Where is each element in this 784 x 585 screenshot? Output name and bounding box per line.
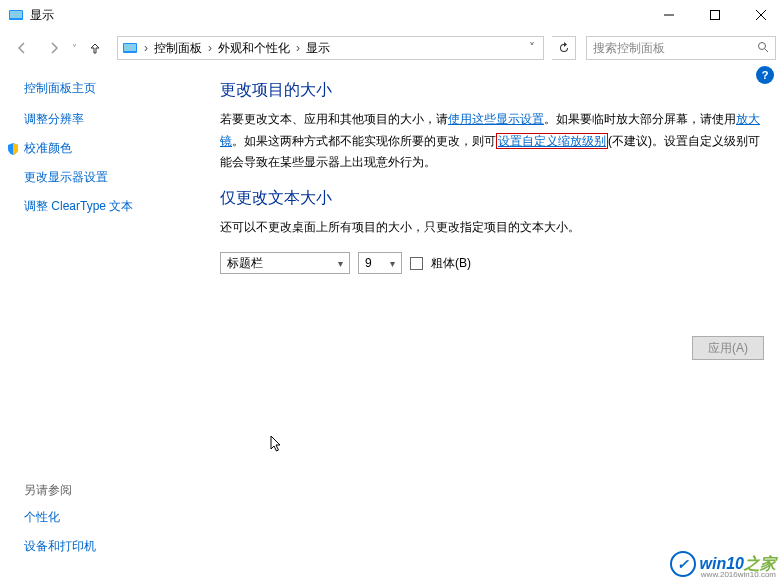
forward-button[interactable] <box>40 34 68 62</box>
chevron-right-icon[interactable]: › <box>142 41 150 55</box>
address-bar[interactable]: › 控制面板 › 外观和个性化 › 显示 ˅ <box>117 36 544 60</box>
heading-textsize: 仅更改文本大小 <box>220 188 764 209</box>
chevron-right-icon[interactable]: › <box>294 41 302 55</box>
search-icon <box>757 41 769 56</box>
content-pane: ? 更改项目的大小 若要更改文本、应用和其他项目的大小，请使用这些显示设置。如果… <box>200 66 784 585</box>
watermark-url: www.2016win10.com <box>701 570 776 579</box>
apply-button[interactable]: 应用(A) <box>692 336 764 360</box>
search-placeholder: 搜索控制面板 <box>593 40 757 57</box>
bold-label: 粗体(B) <box>431 255 471 272</box>
breadcrumb-root[interactable]: 控制面板 <box>150 40 206 57</box>
watermark-logo-icon: ✓ <box>670 551 696 577</box>
svg-point-8 <box>759 42 766 49</box>
help-icon[interactable]: ? <box>756 66 774 84</box>
see-also-devices[interactable]: 设备和打印机 <box>24 538 96 555</box>
heading-resize: 更改项目的大小 <box>220 80 764 101</box>
window-controls <box>646 0 784 30</box>
size-select[interactable]: 9 ▾ <box>358 252 402 274</box>
text-size-controls: 标题栏 ▾ 9 ▾ 粗体(B) <box>220 252 764 274</box>
history-dropdown-icon[interactable]: ˅ <box>72 43 77 54</box>
see-also-section: 另请参阅 个性化 设备和打印机 <box>24 482 96 567</box>
back-button[interactable] <box>8 34 36 62</box>
paragraph-textsize: 还可以不更改桌面上所有项目的大小，只更改指定项目的文本大小。 <box>220 217 764 239</box>
chevron-down-icon: ▾ <box>338 258 343 269</box>
minimize-button[interactable] <box>646 0 692 30</box>
maximize-button[interactable] <box>692 0 738 30</box>
sidebar-link-calibrate[interactable]: 校准颜色 <box>24 140 200 157</box>
link-custom-scaling[interactable]: 设置自定义缩放级别 <box>496 133 608 149</box>
watermark: ✓ win10之家 www.2016win10.com <box>670 551 776 577</box>
close-button[interactable] <box>738 0 784 30</box>
bold-checkbox[interactable] <box>410 257 423 270</box>
sidebar-link-resolution[interactable]: 调整分辨率 <box>24 111 200 128</box>
chevron-right-icon[interactable]: › <box>206 41 214 55</box>
svg-rect-1 <box>10 11 22 18</box>
sidebar-home-link[interactable]: 控制面板主页 <box>24 80 200 97</box>
link-display-settings[interactable]: 使用这些显示设置 <box>448 112 544 126</box>
svg-line-9 <box>765 49 768 52</box>
sidebar-link-cleartype[interactable]: 调整 ClearType 文本 <box>24 198 200 215</box>
navbar: ˅ › 控制面板 › 外观和个性化 › 显示 ˅ 搜索控制面板 <box>0 30 784 66</box>
body-area: 控制面板主页 调整分辨率 校准颜色 更改显示器设置 调整 ClearType 文… <box>0 66 784 585</box>
sidebar-link-label: 校准颜色 <box>24 140 72 157</box>
window-title: 显示 <box>30 7 54 24</box>
svg-rect-3 <box>711 11 720 20</box>
sidebar: 控制面板主页 调整分辨率 校准颜色 更改显示器设置 调整 ClearType 文… <box>0 66 200 585</box>
app-icon <box>8 7 24 23</box>
size-select-value: 9 <box>365 256 382 270</box>
breadcrumb-category[interactable]: 外观和个性化 <box>214 40 294 57</box>
see-also-header: 另请参阅 <box>24 482 96 499</box>
item-select[interactable]: 标题栏 ▾ <box>220 252 350 274</box>
see-also-personalization[interactable]: 个性化 <box>24 509 96 526</box>
titlebar: 显示 <box>0 0 784 30</box>
chevron-down-icon: ▾ <box>390 258 395 269</box>
address-dropdown-icon[interactable]: ˅ <box>525 41 539 55</box>
apply-button-label: 应用(A) <box>708 340 748 357</box>
refresh-button[interactable] <box>552 36 576 60</box>
sidebar-link-display-settings[interactable]: 更改显示器设置 <box>24 169 200 186</box>
breadcrumb-page[interactable]: 显示 <box>302 40 334 57</box>
paragraph-resize: 若要更改文本、应用和其他项目的大小，请使用这些显示设置。如果要临时放大部分屏幕，… <box>220 109 764 174</box>
shield-icon <box>6 142 20 156</box>
search-input[interactable]: 搜索控制面板 <box>586 36 776 60</box>
monitor-icon <box>122 40 138 56</box>
svg-rect-7 <box>124 44 136 51</box>
item-select-value: 标题栏 <box>227 255 330 272</box>
up-button[interactable] <box>81 34 109 62</box>
